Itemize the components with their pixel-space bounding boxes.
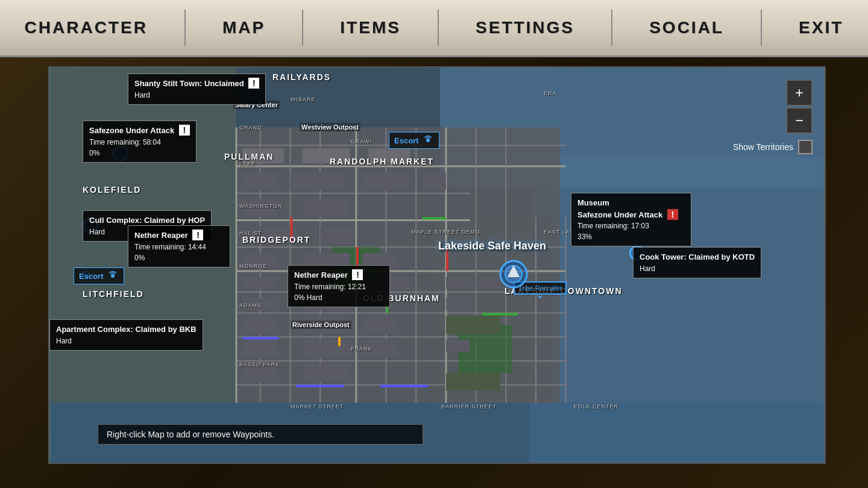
popup-nether-reaper-left: Nether Reaper ! Time remaining: 14:44 0% — [128, 225, 230, 267]
svg-rect-75 — [242, 337, 278, 339]
svg-rect-55 — [242, 316, 278, 334]
svg-rect-36 — [290, 172, 344, 190]
svg-point-79 — [426, 139, 430, 142]
nav-bar: CHARACTER MAP ITEMS SETTINGS SOCIAL EXIT — [0, 0, 868, 57]
svg-rect-50 — [476, 277, 500, 289]
svg-rect-58 — [446, 316, 500, 334]
map-zoom-controls: + − — [786, 80, 813, 134]
svg-rect-69 — [482, 313, 518, 316]
svg-rect-32 — [242, 148, 285, 163]
svg-rect-72 — [338, 337, 341, 346]
svg-rect-34 — [368, 148, 410, 163]
zoom-in-button[interactable]: + — [786, 80, 813, 106]
label-westview: Westview Outpost — [300, 123, 360, 131]
svg-rect-35 — [242, 172, 278, 190]
popup-nether-reaper-center: Nether Reaper ! Time remaining: 12:21 0%… — [288, 265, 390, 307]
svg-rect-38 — [422, 172, 446, 190]
nav-map[interactable]: MAP — [210, 12, 277, 43]
safe-haven-icon — [498, 259, 529, 292]
svg-rect-40 — [302, 199, 350, 217]
svg-rect-71 — [422, 217, 446, 219]
svg-rect-46 — [242, 277, 275, 289]
svg-rect-61 — [362, 340, 398, 358]
popup-safezone-attack-left: Safezone Under Attack ! Time remaining: … — [83, 120, 197, 163]
svg-rect-62 — [446, 340, 470, 352]
nav-divider-1 — [184, 10, 186, 46]
nav-character[interactable]: CHARACTER — [13, 12, 160, 43]
svg-rect-33 — [302, 148, 350, 163]
svg-rect-49 — [446, 277, 470, 289]
nav-divider-5 — [761, 10, 762, 46]
territory-checkbox[interactable] — [798, 140, 813, 154]
popup-apartment-complex: Apartment Complex: Claimed by BKB Hard — [49, 319, 203, 351]
svg-rect-52 — [242, 298, 278, 310]
tip-text: Right-click Map to add or remove Waypoin… — [107, 430, 274, 439]
svg-rect-60 — [302, 340, 350, 358]
show-territories-control: Show Territories — [733, 140, 813, 154]
nav-social[interactable]: SOCIAL — [637, 12, 736, 43]
popup-cook-tower: Cook Tower: Claimed by KOTD Hard — [633, 247, 761, 278]
svg-rect-42 — [320, 226, 353, 244]
show-territories-label: Show Territories — [733, 142, 793, 152]
svg-rect-73 — [380, 385, 429, 387]
svg-point-80 — [111, 274, 115, 278]
svg-rect-54 — [446, 298, 470, 310]
popup-shanty-stilt-town: Shanty Stilt Town: Unclaimed ! Hard — [128, 74, 266, 105]
nav-divider-4 — [611, 10, 612, 46]
svg-rect-65 — [446, 373, 500, 391]
nav-items[interactable]: ITEMS — [328, 12, 413, 43]
label-lakeside-safe-haven: Lakeside Safe Haven — [438, 240, 546, 252]
svg-rect-63 — [242, 364, 278, 382]
svg-rect-74 — [296, 385, 344, 387]
label-riverside: Riverside Outpost — [291, 321, 351, 329]
svg-rect-37 — [362, 172, 410, 190]
svg-rect-41 — [242, 226, 296, 244]
zoom-out-button[interactable]: − — [786, 107, 813, 134]
popup-safezone-attack-museum: MuseumSafezone Under Attack ! Time remai… — [571, 193, 691, 246]
nav-settings[interactable]: SETTINGS — [464, 12, 587, 43]
svg-rect-43 — [242, 253, 278, 268]
svg-rect-59 — [242, 340, 278, 358]
tip-bar: Right-click Map to add or remove Waypoin… — [98, 424, 423, 445]
nav-divider-3 — [438, 10, 439, 46]
escort-left: Escort — [74, 267, 124, 284]
svg-rect-39 — [242, 199, 278, 217]
svg-rect-64 — [302, 364, 350, 382]
escort-top: Escort — [389, 132, 439, 149]
nav-exit[interactable]: EXIT — [787, 12, 855, 43]
map-container[interactable]: RAILYARDS PULLMAN RANDOLPH MARKET KOLEFI… — [48, 66, 826, 464]
svg-rect-57 — [362, 316, 398, 334]
nav-divider-2 — [302, 10, 303, 46]
svg-rect-68 — [290, 217, 292, 241]
